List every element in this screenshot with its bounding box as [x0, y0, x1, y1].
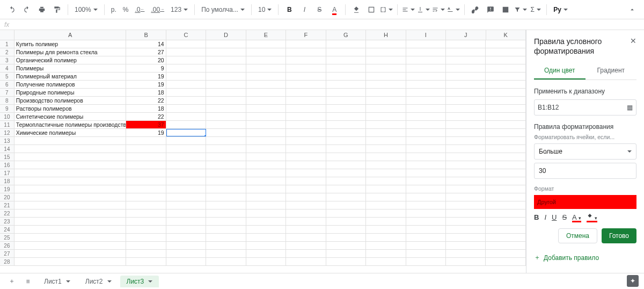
cell-G20[interactable] [326, 193, 366, 201]
cell-A22[interactable] [14, 209, 126, 217]
cell-A5[interactable]: Полимерный материал [14, 73, 126, 80]
cell-G16[interactable] [326, 161, 366, 169]
cell-C28[interactable] [166, 258, 206, 265]
cell-J22[interactable] [446, 209, 486, 217]
cell-F24[interactable] [286, 226, 326, 233]
cell-E16[interactable] [246, 161, 286, 169]
cell-E5[interactable] [246, 73, 286, 80]
cell-F8[interactable] [286, 97, 326, 104]
row-header-16[interactable]: 16 [0, 161, 14, 169]
row-header-27[interactable]: 27 [0, 250, 14, 257]
fmt-strike-button[interactable]: S [562, 214, 567, 221]
all-sheets-button[interactable]: ≡ [21, 275, 34, 288]
insert-link-button[interactable] [469, 3, 482, 16]
condition-select[interactable]: Больше [534, 143, 636, 160]
cell-G5[interactable] [326, 73, 366, 80]
cell-K14[interactable] [486, 145, 525, 153]
cell-B10[interactable]: 22 [126, 113, 166, 120]
row-header-10[interactable]: 10 [0, 113, 14, 120]
cell-E1[interactable] [246, 40, 286, 48]
cell-B1[interactable]: 14 [126, 40, 166, 48]
condition-value-input[interactable]: 30 [534, 163, 636, 179]
cell-H19[interactable] [366, 185, 406, 193]
row-header-23[interactable]: 23 [0, 218, 14, 225]
cell-A15[interactable] [14, 153, 126, 161]
cell-F5[interactable] [286, 73, 326, 80]
cell-F23[interactable] [286, 218, 326, 225]
cell-C8[interactable] [166, 97, 206, 104]
cell-D24[interactable] [206, 226, 246, 233]
cell-E22[interactable] [246, 209, 286, 217]
cell-K11[interactable] [486, 121, 525, 128]
cell-H23[interactable] [366, 218, 406, 225]
cell-G2[interactable] [326, 48, 366, 56]
cell-K9[interactable] [486, 105, 525, 112]
cell-A11[interactable]: Термопластичные полимеры производство [14, 121, 126, 128]
sheet-tab-1[interactable]: Лист1 [38, 276, 77, 287]
cell-E18[interactable] [246, 177, 286, 185]
cell-B17[interactable] [126, 169, 166, 177]
sheet-tab-3[interactable]: Лист3 [120, 276, 159, 287]
input-tools-button[interactable]: Pу [551, 6, 570, 13]
cell-C12[interactable] [166, 129, 206, 136]
cell-C22[interactable] [166, 209, 206, 217]
cell-G28[interactable] [326, 258, 366, 265]
cell-H26[interactable] [366, 242, 406, 249]
cell-F11[interactable] [286, 121, 326, 128]
cell-F3[interactable] [286, 56, 326, 64]
add-sheet-button[interactable]: ＋ [5, 275, 18, 288]
cell-G10[interactable] [326, 113, 366, 120]
cell-K18[interactable] [486, 177, 525, 185]
cell-E7[interactable] [246, 89, 286, 96]
cell-C5[interactable] [166, 73, 206, 80]
row-header-1[interactable]: 1 [0, 40, 14, 48]
cell-K1[interactable] [486, 40, 525, 48]
cell-D25[interactable] [206, 234, 246, 241]
cell-B28[interactable] [126, 258, 166, 265]
cell-J19[interactable] [446, 185, 486, 193]
cell-I11[interactable] [406, 121, 446, 128]
cell-J1[interactable] [446, 40, 486, 48]
cell-H16[interactable] [366, 161, 406, 169]
cell-B13[interactable] [126, 137, 166, 144]
cell-C3[interactable] [166, 56, 206, 64]
strikethrough-button[interactable]: S [313, 3, 326, 16]
cancel-button[interactable]: Отмена [558, 228, 597, 243]
cell-D2[interactable] [206, 48, 246, 56]
cell-D6[interactable] [206, 81, 246, 88]
cell-B5[interactable]: 19 [126, 73, 166, 80]
insert-comment-button[interactable] [484, 3, 497, 16]
cell-B16[interactable] [126, 161, 166, 169]
cell-B22[interactable] [126, 209, 166, 217]
cell-I25[interactable] [406, 234, 446, 241]
cell-B11[interactable]: 37 [126, 121, 166, 128]
cell-A2[interactable]: Полимеры для ремонта стекла [14, 48, 126, 56]
cell-D1[interactable] [206, 40, 246, 48]
close-button[interactable]: ✕ [628, 35, 639, 46]
cell-I26[interactable] [406, 242, 446, 249]
cell-H9[interactable] [366, 105, 406, 112]
cell-C7[interactable] [166, 89, 206, 96]
cell-I27[interactable] [406, 250, 446, 257]
cell-H14[interactable] [366, 145, 406, 153]
cell-G23[interactable] [326, 218, 366, 225]
cell-G7[interactable] [326, 89, 366, 96]
toolbar-expand-button[interactable] [626, 3, 639, 16]
cell-I12[interactable] [406, 129, 446, 136]
column-header-J[interactable]: J [446, 30, 486, 40]
cell-D23[interactable] [206, 218, 246, 225]
explore-button[interactable]: ✦ [627, 275, 639, 287]
cell-J9[interactable] [446, 105, 486, 112]
cell-H11[interactable] [366, 121, 406, 128]
cell-H5[interactable] [366, 73, 406, 80]
cell-E20[interactable] [246, 193, 286, 201]
redo-button[interactable] [20, 3, 33, 16]
cell-E8[interactable] [246, 97, 286, 104]
cell-E24[interactable] [246, 226, 286, 233]
cell-I24[interactable] [406, 226, 446, 233]
cell-J4[interactable] [446, 64, 486, 72]
cell-D13[interactable] [206, 137, 246, 144]
cell-D17[interactable] [206, 169, 246, 177]
cell-D28[interactable] [206, 258, 246, 265]
cell-G24[interactable] [326, 226, 366, 233]
